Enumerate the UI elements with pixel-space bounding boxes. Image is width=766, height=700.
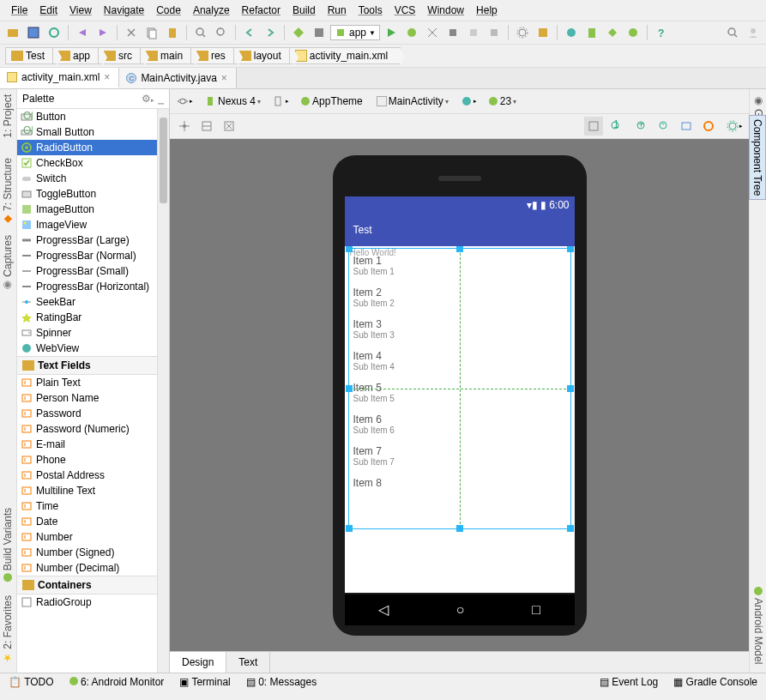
- settings-icon[interactable]: [513, 23, 532, 42]
- selection-overlay[interactable]: [348, 248, 571, 529]
- palette-item[interactable]: E-mail: [17, 437, 169, 452]
- palette-item[interactable]: RatingBar: [17, 310, 169, 325]
- structure-icon[interactable]: [534, 23, 552, 42]
- stop-icon[interactable]: [464, 23, 483, 42]
- menu-refactor[interactable]: Refactor: [236, 2, 286, 19]
- messages-button[interactable]: ▤ 0: Messages: [246, 676, 317, 688]
- palette-category[interactable]: Text Fields: [17, 356, 169, 375]
- menu-tools[interactable]: Tools: [353, 2, 389, 19]
- palette-item[interactable]: ProgressBar (Large): [17, 232, 169, 248]
- terminal-button[interactable]: ▣ Terminal: [179, 676, 230, 688]
- avd-icon[interactable]: [582, 23, 601, 42]
- debug-icon[interactable]: [402, 23, 421, 42]
- open-icon[interactable]: [3, 23, 22, 42]
- menu-edit[interactable]: Edit: [33, 2, 63, 19]
- gutter-component-tree[interactable]: Component Tree: [749, 115, 766, 200]
- redo-icon[interactable]: [93, 23, 112, 42]
- gutter-structure[interactable]: ◆7: Structure: [2, 158, 14, 226]
- palette-item[interactable]: ImageButton: [17, 202, 169, 217]
- eye-icon[interactable]: ▸: [175, 92, 194, 111]
- todo-button[interactable]: 📋 TODO: [9, 676, 54, 688]
- sync-gradle-icon[interactable]: [562, 23, 581, 42]
- search-icon[interactable]: [723, 23, 742, 42]
- minimize-icon[interactable]: ⎯: [158, 93, 164, 105]
- palette-item[interactable]: Multiline Text: [17, 483, 169, 498]
- scrollbar-thumb[interactable]: [160, 118, 167, 203]
- palette-category[interactable]: Containers: [17, 576, 169, 594]
- close-icon[interactable]: ×: [221, 72, 227, 84]
- make-icon[interactable]: [289, 23, 308, 42]
- zoom-in-icon[interactable]: +: [632, 117, 651, 136]
- api-combo[interactable]: 23▾: [485, 94, 520, 109]
- locale-icon[interactable]: ▸: [459, 92, 478, 111]
- run-icon[interactable]: [382, 23, 401, 42]
- menu-file[interactable]: File: [5, 2, 33, 19]
- menu-vcs[interactable]: VCS: [389, 2, 422, 19]
- menu-code[interactable]: Code: [150, 2, 187, 19]
- config-icon[interactable]: [310, 23, 329, 42]
- orientation-icon[interactable]: ▸: [271, 92, 290, 111]
- sdk-icon[interactable]: [603, 23, 622, 42]
- android-icon[interactable]: [624, 23, 642, 42]
- palette-item[interactable]: Number (Signed): [17, 545, 169, 560]
- palette-item[interactable]: RadioButton: [17, 140, 169, 155]
- close-icon[interactable]: ×: [104, 71, 110, 83]
- refresh-icon[interactable]: [699, 117, 718, 136]
- apply-icon[interactable]: [423, 23, 442, 42]
- gutter-favorites[interactable]: ★2: Favorites: [2, 595, 14, 664]
- back-icon[interactable]: [240, 23, 259, 42]
- palette-item[interactable]: ProgressBar (Normal): [17, 248, 169, 263]
- palette-item[interactable]: OKButton: [17, 109, 169, 124]
- scrollbar[interactable]: [157, 109, 169, 673]
- menu-run[interactable]: Run: [322, 2, 353, 19]
- palette-item[interactable]: Password: [17, 406, 169, 421]
- menu-build[interactable]: Build: [286, 2, 322, 19]
- palette-item[interactable]: CheckBox: [17, 155, 169, 171]
- stop2-icon[interactable]: [485, 23, 504, 42]
- palette-item[interactable]: Postal Address: [17, 468, 169, 483]
- zoom-actual-icon[interactable]: 1: [606, 117, 625, 136]
- undo-icon[interactable]: [73, 23, 92, 42]
- cut-icon[interactable]: [122, 23, 141, 42]
- gutter-build-variants[interactable]: Build Variants: [2, 508, 14, 582]
- palette-item[interactable]: Switch: [17, 171, 169, 186]
- palette-item[interactable]: ToggleButton: [17, 186, 169, 202]
- zoom-fit-icon[interactable]: [584, 117, 603, 136]
- gutter-project[interactable]: 1: Project: [2, 94, 14, 138]
- android-monitor-button[interactable]: 6: Android Monitor: [69, 676, 165, 688]
- copy-icon[interactable]: [142, 23, 161, 42]
- palette-item[interactable]: ImageView: [17, 217, 169, 232]
- crumb-file[interactable]: activity_main.xml: [289, 47, 401, 64]
- blueprint-icon[interactable]: [197, 117, 216, 136]
- event-log-button[interactable]: ▤ Event Log: [600, 676, 658, 688]
- menu-view[interactable]: View: [63, 2, 98, 19]
- palette-item[interactable]: ProgressBar (Small): [17, 263, 169, 279]
- palette-item[interactable]: Spinner: [17, 325, 169, 341]
- palette-item[interactable]: Time: [17, 498, 169, 514]
- tab-mainactivity[interactable]: C MainActivity.java ×: [119, 68, 237, 88]
- gutter-android-model[interactable]: Android Model: [752, 587, 764, 664]
- forward-icon[interactable]: [261, 23, 280, 42]
- expand-icon[interactable]: [220, 117, 238, 136]
- tab-activity-main[interactable]: activity_main.xml ×: [0, 68, 119, 88]
- menu-window[interactable]: Window: [421, 2, 470, 19]
- palette-item[interactable]: Password (Numeric): [17, 421, 169, 437]
- menu-navigate[interactable]: Navigate: [98, 2, 150, 19]
- palette-item[interactable]: Plain Text: [17, 375, 169, 390]
- gear-icon[interactable]: ⚙▸: [142, 93, 154, 105]
- user-icon[interactable]: [744, 23, 763, 42]
- paste-icon[interactable]: [163, 23, 182, 42]
- palette-item[interactable]: RadioGroup: [17, 594, 169, 610]
- help-icon[interactable]: ?: [652, 23, 671, 42]
- palette-item[interactable]: Number (Decimal): [17, 560, 169, 576]
- pan-icon[interactable]: [175, 117, 194, 136]
- palette-item[interactable]: Phone: [17, 452, 169, 468]
- palette-item[interactable]: SeekBar: [17, 294, 169, 310]
- palette-item[interactable]: WebView: [17, 341, 169, 356]
- design-canvas[interactable]: ▾▮ ▮ 6:00 Test Hello World! Item 1Sub It…: [170, 139, 749, 651]
- palette-item[interactable]: Number: [17, 529, 169, 545]
- theme-combo[interactable]: AppTheme: [297, 94, 366, 109]
- gradle-console-button[interactable]: ▦ Gradle Console: [673, 676, 757, 688]
- save-icon[interactable]: [24, 23, 43, 42]
- options-icon[interactable]: ▸: [725, 117, 744, 136]
